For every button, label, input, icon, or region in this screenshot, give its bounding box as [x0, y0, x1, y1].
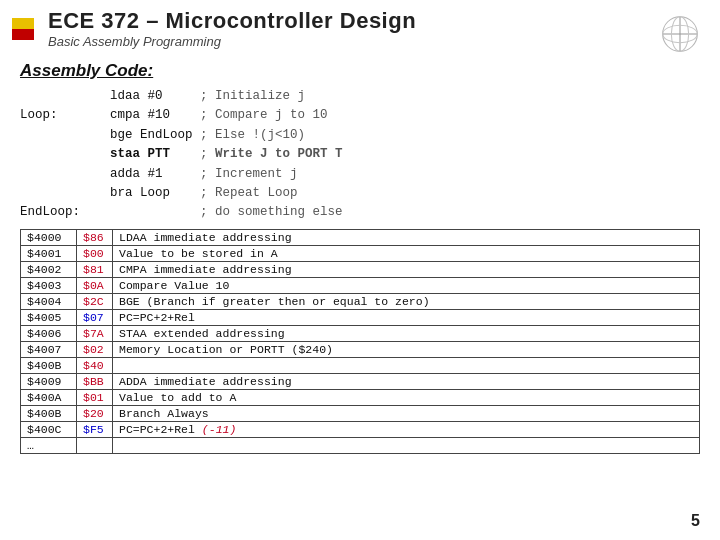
memory-table: $4000$86LDAA immediate addressing$4001$0…: [20, 229, 700, 454]
table-row: $400B$20Branch Always: [21, 405, 700, 421]
mem-hex: $0A: [77, 277, 113, 293]
mem-addr: $4009: [21, 373, 77, 389]
code-line-6: bra Loop ; Repeat Loop: [20, 186, 298, 200]
mem-desc: PC=PC+2+Rel: [113, 309, 700, 325]
mem-addr: $400C: [21, 421, 77, 437]
mem-desc: STAA extended addressing: [113, 325, 700, 341]
table-row: $400C$F5PC=PC+2+Rel (-11): [21, 421, 700, 437]
mem-hex: $40: [77, 357, 113, 373]
mem-addr: $4007: [21, 341, 77, 357]
main-content: Assembly Code: ldaa #0 ; Initialize j Lo…: [0, 53, 720, 462]
mem-desc: Value to be stored in A: [113, 245, 700, 261]
mem-hex: [77, 437, 113, 453]
code-line-7: EndLoop: ; do something else: [20, 205, 343, 219]
mem-addr: $4004: [21, 293, 77, 309]
code-line-4: staa PTT ; Write J to PORT T: [20, 147, 343, 161]
mem-addr: $400B: [21, 405, 77, 421]
mem-desc: [113, 357, 700, 373]
code-line-2: Loop: cmpa #10 ; Compare j to 10: [20, 108, 328, 122]
table-row: $4002$81CMPA immediate addressing: [21, 261, 700, 277]
mem-hex: $2C: [77, 293, 113, 309]
table-row: …: [21, 437, 700, 453]
mem-desc: ADDA immediate addressing: [113, 373, 700, 389]
mem-hex: $02: [77, 341, 113, 357]
logo-bottom: [12, 29, 34, 40]
code-line-3: bge EndLoop ; Else !(j<10): [20, 128, 305, 142]
mem-hex: $86: [77, 229, 113, 245]
mem-hex: $81: [77, 261, 113, 277]
deco-logo-icon: [654, 8, 706, 60]
table-row: $4004$2CBGE (Branch if greater then or e…: [21, 293, 700, 309]
mem-desc: Compare Value 10: [113, 277, 700, 293]
mem-addr: $4001: [21, 245, 77, 261]
page-subtitle: Basic Assembly Programming: [48, 34, 416, 49]
mem-hex: $00: [77, 245, 113, 261]
mem-hex: $07: [77, 309, 113, 325]
mem-desc: [113, 437, 700, 453]
section-title: Assembly Code:: [20, 61, 700, 81]
table-row: $400A$01Value to add to A: [21, 389, 700, 405]
header: ECE 372 – Microcontroller Design Basic A…: [0, 0, 720, 53]
logo-top: [12, 18, 34, 29]
mem-desc: Memory Location or PORTT ($240): [113, 341, 700, 357]
assembly-code: ldaa #0 ; Initialize j Loop: cmpa #10 ; …: [20, 87, 700, 223]
mem-hex: $20: [77, 405, 113, 421]
code-line-1: ldaa #0 ; Initialize j: [20, 89, 305, 103]
table-row: $4007$02Memory Location or PORTT ($240): [21, 341, 700, 357]
mem-addr: $400B: [21, 357, 77, 373]
mem-desc: CMPA immediate addressing: [113, 261, 700, 277]
mem-hex: $BB: [77, 373, 113, 389]
mem-addr: $4005: [21, 309, 77, 325]
page-number: 5: [691, 512, 700, 530]
table-row: $4009$BBADDA immediate addressing: [21, 373, 700, 389]
mem-desc: Branch Always: [113, 405, 700, 421]
mem-hex: $7A: [77, 325, 113, 341]
page-title: ECE 372 – Microcontroller Design: [48, 8, 416, 34]
mem-desc: PC=PC+2+Rel (-11): [113, 421, 700, 437]
table-row: $4005$07PC=PC+2+Rel: [21, 309, 700, 325]
mem-desc: LDAA immediate addressing: [113, 229, 700, 245]
table-row: $4001$00Value to be stored in A: [21, 245, 700, 261]
mem-hex: $F5: [77, 421, 113, 437]
mem-addr: $400A: [21, 389, 77, 405]
mem-addr: $4006: [21, 325, 77, 341]
logo-block: [12, 18, 34, 40]
mem-desc: BGE (Branch if greater then or equal to …: [113, 293, 700, 309]
mem-addr: …: [21, 437, 77, 453]
mem-addr: $4002: [21, 261, 77, 277]
mem-addr: $4003: [21, 277, 77, 293]
table-row: $4006$7ASTAA extended addressing: [21, 325, 700, 341]
mem-desc: Value to add to A: [113, 389, 700, 405]
table-row: $4000$86LDAA immediate addressing: [21, 229, 700, 245]
table-row: $4003$0ACompare Value 10: [21, 277, 700, 293]
code-line-5: adda #1 ; Increment j: [20, 167, 298, 181]
table-row: $400B$40: [21, 357, 700, 373]
mem-addr: $4000: [21, 229, 77, 245]
header-text: ECE 372 – Microcontroller Design Basic A…: [48, 8, 416, 49]
mem-hex: $01: [77, 389, 113, 405]
